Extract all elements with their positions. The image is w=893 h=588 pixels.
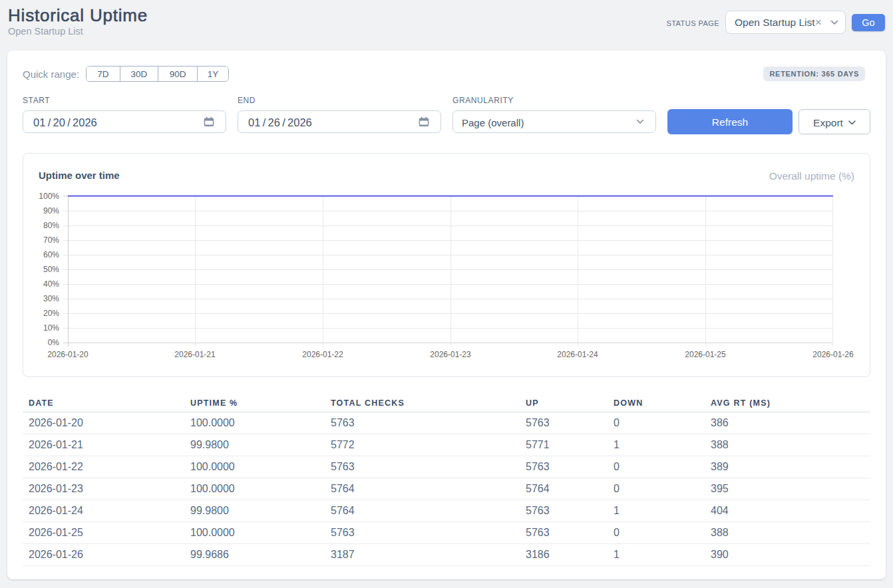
svg-text:10%: 10% — [43, 323, 59, 333]
svg-text:2026-01-21: 2026-01-21 — [174, 350, 216, 359]
svg-text:40%: 40% — [43, 279, 59, 289]
svg-text:50%: 50% — [43, 265, 59, 274]
svg-text:0%: 0% — [48, 338, 60, 347]
svg-text:20%: 20% — [43, 309, 59, 318]
svg-text:2026-01-20: 2026-01-20 — [47, 350, 89, 359]
svg-text:30%: 30% — [43, 294, 59, 303]
svg-text:90%: 90% — [43, 206, 59, 216]
svg-text:100%: 100% — [39, 192, 59, 201]
svg-text:80%: 80% — [43, 221, 59, 230]
svg-text:2026-01-25: 2026-01-25 — [685, 350, 726, 359]
svg-text:60%: 60% — [43, 250, 59, 259]
svg-text:2026-01-22: 2026-01-22 — [302, 350, 343, 359]
svg-text:2026-01-23: 2026-01-23 — [430, 350, 471, 359]
svg-text:2026-01-24: 2026-01-24 — [557, 350, 598, 359]
svg-text:2026-01-26: 2026-01-26 — [812, 350, 854, 359]
svg-text:70%: 70% — [43, 235, 59, 245]
